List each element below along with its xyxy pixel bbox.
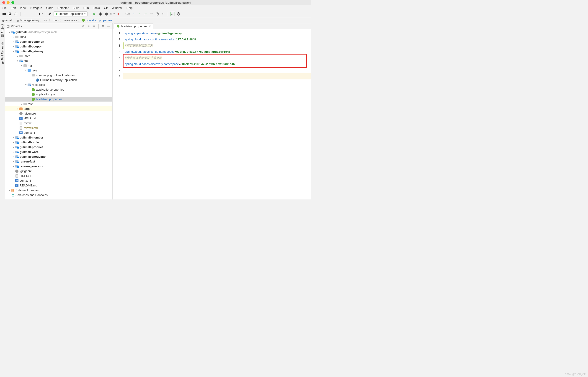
tree-node[interactable]: ▾gulimall-gateway bbox=[5, 49, 112, 54]
tree-node[interactable]: ▸gulimall-zhouyimo bbox=[5, 154, 112, 159]
expand-arrow-icon[interactable]: ▸ bbox=[12, 146, 15, 148]
breadcrumb-item[interactable]: src bbox=[44, 19, 48, 22]
tree-node[interactable]: ▸gulimall-order bbox=[5, 140, 112, 145]
expand-arrow-icon[interactable]: ▾ bbox=[8, 31, 11, 33]
tree-node[interactable]: ▸gulimall-product bbox=[5, 145, 112, 150]
open-icon[interactable] bbox=[2, 12, 6, 16]
expand-arrow-icon[interactable]: ▸ bbox=[12, 35, 15, 38]
code-line[interactable]: #指定服务启动后的注册空间 bbox=[125, 55, 311, 61]
menu-git[interactable]: Git bbox=[104, 6, 108, 10]
menu-help[interactable]: Help bbox=[126, 6, 133, 10]
tree-node[interactable]: ▸.idea bbox=[5, 35, 112, 39]
tree-node[interactable]: ▸gulimall-member bbox=[5, 135, 112, 140]
expand-arrow-icon[interactable]: ▸ bbox=[12, 136, 15, 139]
chart-icon[interactable] bbox=[170, 12, 175, 16]
tree-node[interactable]: ▸gulimall-ware bbox=[5, 150, 112, 154]
forward-icon[interactable]: → bbox=[29, 12, 33, 16]
tree-node[interactable]: application.yml bbox=[5, 92, 112, 97]
stop-icon[interactable]: ■ bbox=[116, 12, 121, 16]
hammer-icon[interactable] bbox=[48, 12, 52, 16]
collapse-icon[interactable]: ≣ bbox=[92, 24, 96, 28]
expand-arrow-icon[interactable]: ▾ bbox=[12, 50, 15, 52]
menu-run[interactable]: Run bbox=[83, 6, 89, 10]
expand-arrow-icon[interactable]: ▸ bbox=[8, 189, 11, 191]
menu-view[interactable]: View bbox=[20, 6, 26, 10]
menu-tools[interactable]: Tools bbox=[93, 6, 100, 10]
tree-node[interactable]: GulimallGatewayApplication bbox=[5, 78, 112, 82]
code-line[interactable]: spring.cloud.nacos.config.server-addr=12… bbox=[125, 36, 311, 42]
hide-icon[interactable]: — bbox=[106, 24, 111, 28]
expand-arrow-icon[interactable]: ▸ bbox=[12, 160, 15, 163]
pull-requests-tab[interactable]: ⎘Pull Requests bbox=[1, 42, 4, 64]
menu-navigate[interactable]: Navigate bbox=[30, 6, 42, 10]
tree-node[interactable]: ▸gulimall-coupon bbox=[5, 44, 112, 49]
git-rollback-icon[interactable]: ↩ bbox=[161, 12, 166, 16]
tree-node[interactable]: ▸test bbox=[5, 102, 112, 106]
tree-node[interactable]: mpom.xml bbox=[5, 130, 112, 135]
tree-node[interactable]: ▾com.nanjing.gulimall.gateway bbox=[5, 73, 112, 78]
code-area[interactable]: 12345678 spring.application.name=gulimal… bbox=[112, 29, 311, 200]
breadcrumb-item[interactable]: resources bbox=[64, 19, 77, 22]
tree-node[interactable]: ▾gulimall ~/IdeaProjects/gulimall bbox=[5, 30, 112, 35]
expand-arrow-icon[interactable]: ▸ bbox=[20, 103, 23, 105]
back-icon[interactable]: ← bbox=[23, 12, 28, 16]
expand-arrow-icon[interactable]: ▾ bbox=[24, 69, 27, 72]
locate-icon[interactable]: ⊕ bbox=[81, 24, 85, 28]
close-tab-icon[interactable]: ✕ bbox=[149, 25, 151, 28]
tree-node[interactable]: ▾src bbox=[5, 59, 112, 63]
expand-arrow-icon[interactable]: ▸ bbox=[12, 141, 15, 143]
run-config-selector[interactable]: RenrenApplication ▾ bbox=[54, 12, 88, 16]
code-line[interactable]: #指定获取配置的空间 bbox=[125, 42, 311, 49]
close-icon[interactable] bbox=[2, 1, 5, 4]
tree-node[interactable]: ▸renren-generator bbox=[5, 164, 112, 169]
tree-node[interactable]: .gitignore bbox=[5, 111, 112, 116]
tree-node[interactable]: application.properties bbox=[5, 87, 112, 92]
gear-icon[interactable]: ⚙ bbox=[101, 24, 105, 28]
menu-file[interactable]: File bbox=[2, 6, 7, 10]
profile-icon[interactable] bbox=[38, 12, 43, 16]
expand-arrow-icon[interactable]: ▸ bbox=[16, 55, 19, 57]
code-line[interactable]: spring.application.name=gulimall-gateway bbox=[125, 30, 311, 36]
code-lines[interactable]: spring.application.name=gulimall-gateway… bbox=[123, 29, 311, 200]
tree-node[interactable]: ⬒Scratches and Consoles bbox=[5, 193, 112, 197]
expand-arrow-icon[interactable]: ▸ bbox=[12, 45, 15, 48]
tree-node[interactable]: ▸renren-fast bbox=[5, 159, 112, 164]
git-history-icon[interactable] bbox=[155, 12, 160, 16]
run-icon[interactable]: ▶ bbox=[92, 12, 97, 16]
maximize-icon[interactable] bbox=[11, 1, 14, 4]
tree-node[interactable]: bootstrap.properties bbox=[5, 97, 112, 102]
menu-refactor[interactable]: Refactor bbox=[57, 6, 69, 10]
expand-arrow-icon[interactable]: ▸ bbox=[12, 40, 15, 43]
profiler-icon[interactable] bbox=[110, 12, 115, 16]
expand-arrow-icon[interactable]: ▸ bbox=[12, 155, 15, 158]
tree-node[interactable]: LICENSE bbox=[5, 173, 112, 178]
code-line[interactable] bbox=[125, 67, 311, 73]
git-push-icon[interactable]: ↗ bbox=[143, 12, 148, 16]
code-line[interactable]: spring.cloud.nacos.config.namespace=00bf… bbox=[125, 49, 311, 55]
expand-arrow-icon[interactable]: ▾ bbox=[24, 83, 27, 86]
tree-node[interactable]: ▸target bbox=[5, 106, 112, 111]
git-undo-icon[interactable]: ↶ bbox=[149, 12, 154, 16]
refresh-icon[interactable] bbox=[14, 12, 18, 16]
menu-edit[interactable]: Edit bbox=[11, 6, 16, 10]
menu-build[interactable]: Build bbox=[73, 6, 79, 10]
git-pull-icon[interactable]: ✓ bbox=[131, 12, 136, 16]
editor-tab[interactable]: bootstrap.properties ✕ bbox=[114, 23, 153, 29]
expand-arrow-icon[interactable]: ▸ bbox=[12, 151, 15, 153]
breadcrumb-item[interactable]: main bbox=[53, 19, 59, 22]
tree-node[interactable]: mvnw.cmd bbox=[5, 126, 112, 130]
tree-node[interactable]: .gitignore bbox=[5, 169, 112, 173]
menu-code[interactable]: Code bbox=[46, 6, 53, 10]
breadcrumb-item[interactable]: gulimall bbox=[2, 19, 12, 22]
tree-node[interactable]: mpom.xml bbox=[5, 178, 112, 183]
tree-node[interactable]: MDHELP.md bbox=[5, 116, 112, 121]
debug-icon[interactable] bbox=[98, 12, 103, 16]
tree-node[interactable]: MDREADME.md bbox=[5, 183, 112, 188]
tree-node[interactable]: ▾java bbox=[5, 68, 112, 73]
expand-icon[interactable]: ≡ bbox=[87, 24, 91, 28]
save-icon[interactable] bbox=[8, 12, 12, 16]
coverage-icon[interactable] bbox=[104, 12, 109, 16]
tree-node[interactable]: ▸▮▮External Libraries bbox=[5, 188, 112, 193]
expand-arrow-icon[interactable]: ▾ bbox=[20, 64, 23, 67]
git-commit-icon[interactable]: ✓ bbox=[137, 12, 142, 16]
